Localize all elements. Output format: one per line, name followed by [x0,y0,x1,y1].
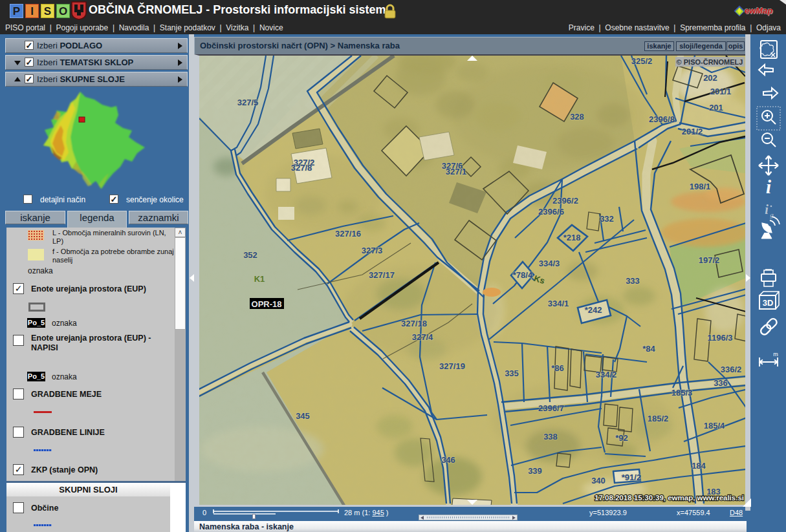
svg-text:198/1: 198/1 [690,182,711,191]
svg-text:*218: *218 [563,233,581,242]
svg-text:332: 332 [600,214,614,224]
svg-text:185/4: 185/4 [704,421,725,431]
svg-text:*84: *84 [642,344,655,354]
svg-text:OPR-18: OPR-18 [252,299,282,309]
svg-text:327/18: 327/18 [401,319,427,328]
svg-text:327/1: 327/1 [446,167,467,176]
svg-text:3D: 3D [763,298,774,308]
svg-text:327/19: 327/19 [439,361,465,371]
svg-text:333: 333 [626,276,640,286]
svg-text:201: 201 [709,103,723,112]
svg-text:327/5: 327/5 [237,98,259,107]
svg-text:2396/8: 2396/8 [649,114,675,124]
svg-text:17.08.2018 15:30:39, ewmap, ww: 17.08.2018 15:30:39, ewmap, www.realis.s… [595,494,744,502]
svg-text:327/17: 327/17 [369,270,395,280]
svg-text:340: 340 [591,476,606,485]
svg-text:© PISO-ČRNOMELJ: © PISO-ČRNOMELJ [677,58,743,66]
svg-text:327/8: 327/8 [291,163,312,173]
svg-text:K1: K1 [254,274,265,284]
svg-text:327/4: 327/4 [412,332,433,342]
svg-text:336/2: 336/2 [721,365,742,374]
svg-text:185/3: 185/3 [671,388,693,398]
svg-text:338: 338 [543,432,558,442]
svg-text:i: i [765,202,769,217]
svg-text:334/1: 334/1 [548,299,569,308]
svg-text:339: 339 [528,466,542,476]
svg-text:201/1: 201/1 [710,87,732,96]
svg-text:*242: *242 [585,305,602,315]
svg-text:184: 184 [692,461,706,471]
svg-text:*92: *92 [615,433,628,443]
svg-text:352: 352 [243,250,257,260]
svg-text:334/2: 334/2 [596,370,617,379]
svg-text:346: 346 [441,455,455,465]
svg-text:*86: *86 [551,363,564,373]
svg-text:327/3: 327/3 [362,246,383,255]
svg-text:328: 328 [570,112,584,122]
svg-text:336: 336 [714,378,728,388]
svg-text:i: i [766,176,771,197]
svg-text:202: 202 [703,73,717,83]
svg-text:*91/2: *91/2 [622,473,641,482]
svg-text:327/16: 327/16 [335,229,361,239]
svg-text:335: 335 [505,368,519,378]
svg-text:2396/7: 2396/7 [538,403,564,413]
svg-text:m: m [773,351,778,357]
svg-text:197/2: 197/2 [699,255,720,265]
svg-text:325/2: 325/2 [631,56,653,66]
svg-text:g: g [770,211,774,218]
svg-text:334/3: 334/3 [539,259,560,268]
svg-text:185/2: 185/2 [648,414,669,423]
svg-text:2396/6: 2396/6 [538,207,564,217]
svg-text:201/2: 201/2 [682,127,703,136]
svg-text:2396/2: 2396/2 [552,196,578,206]
svg-text:*78/4: *78/4 [513,270,533,280]
svg-text:345: 345 [296,411,310,421]
svg-text:1196/3: 1196/3 [707,333,732,343]
